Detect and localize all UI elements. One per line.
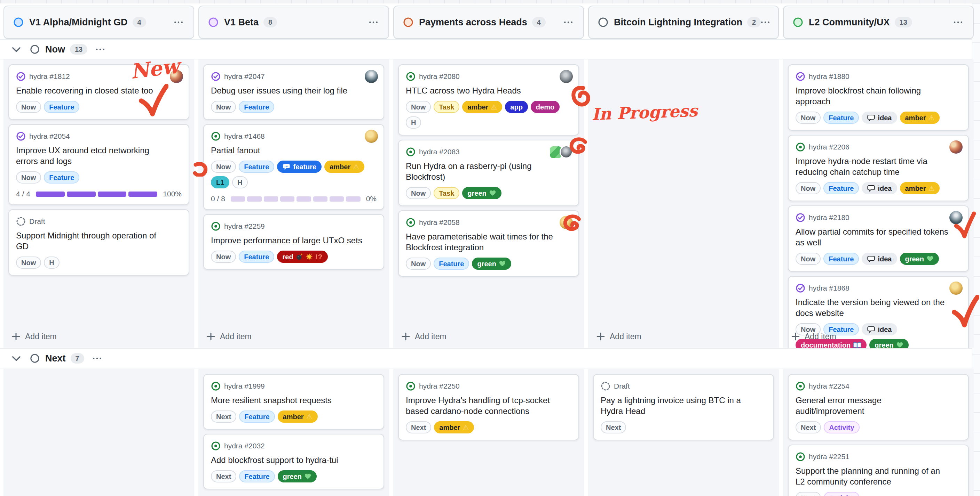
card-title[interactable]: Improve Hydra's handling of tcp-socket b… (406, 395, 571, 417)
card-title[interactable]: Improve blockfrost chain following appro… (795, 85, 961, 107)
column-menu-button[interactable] (761, 16, 770, 28)
plus-icon (791, 332, 800, 341)
open-issue-icon (795, 452, 805, 461)
ellipsis-icon (174, 21, 183, 24)
label-chips: Now Feature idea green (795, 253, 961, 265)
label-chip: Next (211, 410, 236, 423)
card[interactable]: hydra #2206 Improve hydra-node restart t… (788, 135, 969, 201)
label-chip: Feature (239, 161, 274, 173)
label-chip: amber⚠ (462, 101, 502, 113)
card-title[interactable]: Partial fanout (211, 145, 377, 156)
card-title[interactable]: Support Midnight through operation of GD (16, 230, 182, 252)
column-title: Bitcoin Lightning Integration (614, 17, 742, 28)
card[interactable]: Draft Pay a lightning invoice using BTC … (593, 374, 774, 441)
card-title[interactable]: Improve UX around etcd networking errors… (16, 145, 182, 166)
label-chip: Task (434, 101, 460, 113)
avatar (950, 211, 963, 224)
card[interactable]: hydra #2254 General error message audit/… (788, 374, 969, 441)
card[interactable]: hydra #2259 Improve performance of large… (203, 214, 384, 270)
issue-ref: hydra #1468 (224, 132, 265, 140)
card[interactable]: hydra #2047 Debug user issues using thei… (203, 64, 384, 120)
draft-issue-icon (601, 381, 611, 391)
card-title[interactable]: Support the planning and running of an L… (795, 466, 961, 487)
label-chip: Task (434, 187, 460, 199)
column-count-badge: 13 (895, 17, 912, 27)
column-now-l2-community: hydra #1880 Improve blockfrost chain fol… (783, 59, 974, 348)
swimlane-menu-button[interactable] (91, 352, 103, 364)
ellipsis-icon (92, 357, 102, 360)
speech-bubble-icon (867, 184, 875, 193)
issue-ref: hydra #2054 (29, 132, 70, 140)
card[interactable]: hydra #2251 Support the planning and run… (788, 445, 969, 496)
card-title[interactable]: More resilient snapshot requests (211, 395, 377, 406)
label-chip: feature (277, 161, 321, 173)
open-issue-icon (211, 222, 221, 231)
speech-bubble-icon (867, 325, 875, 334)
card-title[interactable]: HTLC across two Hydra Heads (406, 85, 571, 96)
chevron-down-icon[interactable] (12, 355, 21, 362)
avatar (560, 216, 573, 229)
label-chip: Now (406, 187, 431, 199)
chevron-down-icon[interactable] (12, 46, 21, 53)
column-menu-button[interactable] (173, 16, 185, 28)
add-item-button[interactable]: Add item (8, 329, 60, 344)
card-title[interactable]: Indicate the version being viewed on the… (795, 297, 961, 319)
card[interactable]: Draft Support Midnight through operation… (8, 209, 189, 276)
label-chip: idea (862, 323, 897, 335)
label-chip: Next (601, 421, 626, 433)
label-chip: red!? (277, 250, 328, 263)
add-item-button[interactable]: Add item (788, 329, 840, 344)
column-next-v1-beta: hydra #1999 More resilient snapshot requ… (198, 369, 389, 496)
speech-bubble-icon (867, 114, 875, 122)
column-menu-button[interactable] (952, 16, 964, 28)
green-heart-icon (896, 341, 904, 349)
column-header-payments-across-heads: Payments across Heads 4 (393, 6, 584, 39)
avatar-stack (550, 145, 573, 158)
column-menu-button[interactable] (368, 16, 379, 28)
column-menu-button[interactable] (562, 16, 574, 28)
card[interactable]: hydra #2180 Allow partial commits for sp… (788, 205, 969, 272)
green-heart-icon (926, 255, 934, 262)
card[interactable]: hydra #1880 Improve blockfrost chain fol… (788, 64, 969, 131)
progress-bar (231, 196, 361, 201)
column-count-badge: 8 (263, 17, 277, 27)
add-item-button[interactable]: Add item (593, 329, 645, 344)
progress-percent: 100% (163, 190, 182, 198)
card-title[interactable]: General error message audit/improvement (795, 395, 961, 417)
add-item-button[interactable]: Add item (203, 329, 255, 344)
card[interactable]: hydra #2032 Add blockfrost support to hy… (203, 434, 384, 490)
bomb-icon (296, 253, 303, 260)
card-title[interactable]: Pay a lightning invoice using BTC in a H… (601, 395, 766, 417)
card[interactable]: hydra #1999 More resilient snapshot requ… (203, 374, 384, 429)
card-title[interactable]: Have parameterisable wait times for the … (406, 231, 571, 253)
card[interactable]: hydra #1468 Partial fanout Now Feature f… (203, 124, 384, 210)
column-header-v1-alpha-midnight-gd: V1 Alpha/Midnight GD 4 (3, 6, 194, 39)
card[interactable]: hydra #2083 Run Hydra on a rasberry-pi (… (398, 140, 579, 206)
label-chip: idea (862, 253, 897, 265)
card-title[interactable]: Improve performance of large UTxO sets (211, 235, 377, 246)
label-chip: Feature (239, 410, 275, 423)
card[interactable]: hydra #1868 Indicate the version being v… (788, 276, 969, 358)
card-title[interactable]: Allow partial commits for specified toke… (795, 226, 961, 248)
closed-issue-icon (795, 283, 805, 293)
card-title[interactable]: Debug user issues using their log file (211, 85, 377, 96)
card[interactable]: hydra #2058 Have parameterisable wait ti… (398, 210, 579, 277)
card-title[interactable]: Run Hydra on a rasberry-pi (using Blockf… (406, 161, 571, 182)
swimlane-menu-button[interactable] (94, 43, 106, 55)
label-chip: app (505, 101, 528, 113)
avatar (365, 130, 378, 143)
card[interactable]: hydra #2250 Improve Hydra's handling of … (398, 374, 579, 441)
card[interactable]: hydra #2080 HTLC across two Hydra Heads … (398, 64, 579, 136)
card[interactable]: hydra #1812 Enable recovering in closed … (8, 64, 189, 120)
card[interactable]: hydra #2054 Improve UX around etcd netwo… (8, 124, 189, 205)
plus-icon (597, 332, 605, 341)
label-chip: Now (16, 101, 41, 113)
add-item-button[interactable]: Add item (398, 329, 450, 344)
card-title[interactable]: Add blockfrost support to hydra-tui (211, 455, 377, 466)
label-chip: Activity (824, 492, 859, 496)
avatar (365, 70, 378, 83)
card-title[interactable]: Improve hydra-node restart time via redu… (795, 156, 961, 177)
card-title[interactable]: Enable recovering in closed state too (16, 85, 182, 96)
ellipsis-icon (761, 21, 770, 24)
label-chip: H (232, 176, 247, 189)
